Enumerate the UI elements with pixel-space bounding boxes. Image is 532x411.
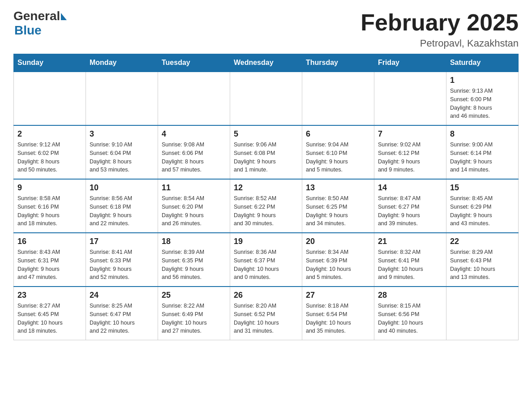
- day-number: 4: [162, 129, 226, 139]
- day-info: Sunrise: 9:12 AMSunset: 6:02 PMDaylight:…: [17, 141, 82, 174]
- calendar-cell: 6Sunrise: 9:04 AMSunset: 6:10 PMDaylight…: [302, 125, 374, 179]
- day-number: 9: [17, 183, 82, 193]
- day-info: Sunrise: 9:02 AMSunset: 6:12 PMDaylight:…: [378, 141, 442, 174]
- weekday-header-friday: Friday: [374, 54, 446, 72]
- calendar-cell: [302, 72, 374, 125]
- calendar-header: SundayMondayTuesdayWednesdayThursdayFrid…: [14, 54, 519, 72]
- day-number: 8: [450, 129, 515, 139]
- day-info: Sunrise: 8:58 AMSunset: 6:16 PMDaylight:…: [17, 194, 82, 228]
- day-info: Sunrise: 8:45 AMSunset: 6:29 PMDaylight:…: [450, 194, 515, 228]
- calendar-cell: 10Sunrise: 8:56 AMSunset: 6:18 PMDayligh…: [86, 179, 158, 233]
- calendar-week-2: 9Sunrise: 8:58 AMSunset: 6:16 PMDaylight…: [14, 179, 519, 233]
- day-number: 11: [162, 183, 226, 193]
- calendar-cell: 14Sunrise: 8:47 AMSunset: 6:27 PMDayligh…: [374, 179, 446, 233]
- day-number: 6: [306, 129, 370, 139]
- calendar-cell: 15Sunrise: 8:45 AMSunset: 6:29 PMDayligh…: [446, 179, 518, 233]
- calendar-cell: 26Sunrise: 8:20 AMSunset: 6:52 PMDayligh…: [230, 287, 302, 340]
- weekday-header-tuesday: Tuesday: [158, 54, 230, 72]
- day-info: Sunrise: 8:34 AMSunset: 6:39 PMDaylight:…: [306, 248, 370, 282]
- day-info: Sunrise: 8:18 AMSunset: 6:54 PMDaylight:…: [306, 302, 370, 335]
- day-number: 22: [450, 237, 515, 246]
- weekday-header-wednesday: Wednesday: [230, 54, 302, 72]
- calendar-cell: [446, 287, 518, 340]
- calendar-cell: 13Sunrise: 8:50 AMSunset: 6:25 PMDayligh…: [302, 179, 374, 233]
- calendar-cell: 17Sunrise: 8:41 AMSunset: 6:33 PMDayligh…: [86, 233, 158, 287]
- title-block: February 2025 Petropavl, Kazakhstan: [360, 9, 519, 49]
- calendar-cell: 1Sunrise: 9:13 AMSunset: 6:00 PMDaylight…: [446, 72, 518, 125]
- day-number: 25: [162, 291, 226, 300]
- day-info: Sunrise: 8:39 AMSunset: 6:35 PMDaylight:…: [162, 248, 226, 282]
- day-info: Sunrise: 8:54 AMSunset: 6:20 PMDaylight:…: [162, 194, 226, 228]
- calendar-cell: 23Sunrise: 8:27 AMSunset: 6:45 PMDayligh…: [14, 287, 86, 340]
- day-info: Sunrise: 9:13 AMSunset: 6:00 PMDaylight:…: [450, 87, 515, 120]
- day-info: Sunrise: 9:06 AMSunset: 6:08 PMDaylight:…: [234, 141, 298, 174]
- day-info: Sunrise: 8:32 AMSunset: 6:41 PMDaylight:…: [378, 248, 442, 282]
- day-number: 16: [17, 237, 82, 246]
- day-number: 26: [234, 291, 298, 300]
- day-info: Sunrise: 8:27 AMSunset: 6:45 PMDaylight:…: [17, 302, 82, 335]
- calendar-cell: [14, 72, 86, 125]
- day-number: 12: [234, 183, 298, 193]
- day-number: 14: [378, 183, 442, 193]
- day-number: 13: [306, 183, 370, 193]
- day-info: Sunrise: 8:29 AMSunset: 6:43 PMDaylight:…: [450, 248, 515, 282]
- day-info: Sunrise: 9:08 AMSunset: 6:06 PMDaylight:…: [162, 141, 226, 174]
- page-subtitle: Petropavl, Kazakhstan: [360, 38, 519, 49]
- day-info: Sunrise: 8:25 AMSunset: 6:47 PMDaylight:…: [90, 302, 154, 335]
- day-info: Sunrise: 8:20 AMSunset: 6:52 PMDaylight:…: [234, 302, 298, 335]
- page-header: General Blue February 2025 Petropavl, Ka…: [13, 9, 519, 49]
- calendar-cell: [158, 72, 230, 125]
- calendar-cell: 4Sunrise: 9:08 AMSunset: 6:06 PMDaylight…: [158, 125, 230, 179]
- calendar-week-0: 1Sunrise: 9:13 AMSunset: 6:00 PMDaylight…: [14, 72, 519, 125]
- calendar-cell: 25Sunrise: 8:22 AMSunset: 6:49 PMDayligh…: [158, 287, 230, 340]
- calendar-cell: 12Sunrise: 8:52 AMSunset: 6:22 PMDayligh…: [230, 179, 302, 233]
- day-info: Sunrise: 8:56 AMSunset: 6:18 PMDaylight:…: [90, 194, 154, 228]
- calendar-cell: 7Sunrise: 9:02 AMSunset: 6:12 PMDaylight…: [374, 125, 446, 179]
- day-number: 20: [306, 237, 370, 246]
- calendar-cell: 5Sunrise: 9:06 AMSunset: 6:08 PMDaylight…: [230, 125, 302, 179]
- day-info: Sunrise: 9:10 AMSunset: 6:04 PMDaylight:…: [90, 141, 154, 174]
- day-number: 10: [90, 183, 154, 193]
- calendar-cell: 22Sunrise: 8:29 AMSunset: 6:43 PMDayligh…: [446, 233, 518, 287]
- calendar-cell: 2Sunrise: 9:12 AMSunset: 6:02 PMDaylight…: [14, 125, 86, 179]
- day-info: Sunrise: 9:00 AMSunset: 6:14 PMDaylight:…: [450, 141, 515, 174]
- day-number: 28: [378, 291, 442, 300]
- day-number: 7: [378, 129, 442, 139]
- calendar-cell: 21Sunrise: 8:32 AMSunset: 6:41 PMDayligh…: [374, 233, 446, 287]
- calendar-table: SundayMondayTuesdayWednesdayThursdayFrid…: [13, 54, 519, 340]
- calendar-body: 1Sunrise: 9:13 AMSunset: 6:00 PMDaylight…: [14, 72, 519, 340]
- calendar-week-1: 2Sunrise: 9:12 AMSunset: 6:02 PMDaylight…: [14, 125, 519, 179]
- day-number: 15: [450, 183, 515, 193]
- weekday-header-sunday: Sunday: [14, 54, 86, 72]
- day-info: Sunrise: 8:47 AMSunset: 6:27 PMDaylight:…: [378, 194, 442, 228]
- weekday-header-thursday: Thursday: [302, 54, 374, 72]
- day-number: 18: [162, 237, 226, 246]
- weekday-header-monday: Monday: [86, 54, 158, 72]
- calendar-cell: 24Sunrise: 8:25 AMSunset: 6:47 PMDayligh…: [86, 287, 158, 340]
- calendar-week-4: 23Sunrise: 8:27 AMSunset: 6:45 PMDayligh…: [14, 287, 519, 340]
- calendar-cell: 27Sunrise: 8:18 AMSunset: 6:54 PMDayligh…: [302, 287, 374, 340]
- day-number: 5: [234, 129, 298, 139]
- calendar-cell: [374, 72, 446, 125]
- calendar-cell: 9Sunrise: 8:58 AMSunset: 6:16 PMDaylight…: [14, 179, 86, 233]
- day-info: Sunrise: 8:52 AMSunset: 6:22 PMDaylight:…: [234, 194, 298, 228]
- day-info: Sunrise: 8:43 AMSunset: 6:31 PMDaylight:…: [17, 248, 82, 282]
- calendar-cell: 20Sunrise: 8:34 AMSunset: 6:39 PMDayligh…: [302, 233, 374, 287]
- calendar-cell: 11Sunrise: 8:54 AMSunset: 6:20 PMDayligh…: [158, 179, 230, 233]
- calendar-cell: 16Sunrise: 8:43 AMSunset: 6:31 PMDayligh…: [14, 233, 86, 287]
- logo-blue-text: Blue: [14, 23, 42, 38]
- calendar-cell: 18Sunrise: 8:39 AMSunset: 6:35 PMDayligh…: [158, 233, 230, 287]
- weekday-row: SundayMondayTuesdayWednesdayThursdayFrid…: [14, 54, 519, 72]
- logo-triangle-icon: [61, 13, 67, 20]
- day-info: Sunrise: 8:50 AMSunset: 6:25 PMDaylight:…: [306, 194, 370, 228]
- day-info: Sunrise: 8:22 AMSunset: 6:49 PMDaylight:…: [162, 302, 226, 335]
- day-number: 1: [450, 76, 515, 85]
- calendar-cell: [230, 72, 302, 125]
- calendar-week-3: 16Sunrise: 8:43 AMSunset: 6:31 PMDayligh…: [14, 233, 519, 287]
- day-number: 3: [90, 129, 154, 139]
- weekday-header-saturday: Saturday: [446, 54, 518, 72]
- day-number: 2: [17, 129, 82, 139]
- calendar-cell: 28Sunrise: 8:15 AMSunset: 6:56 PMDayligh…: [374, 287, 446, 340]
- day-number: 23: [17, 291, 82, 300]
- day-info: Sunrise: 9:04 AMSunset: 6:10 PMDaylight:…: [306, 141, 370, 174]
